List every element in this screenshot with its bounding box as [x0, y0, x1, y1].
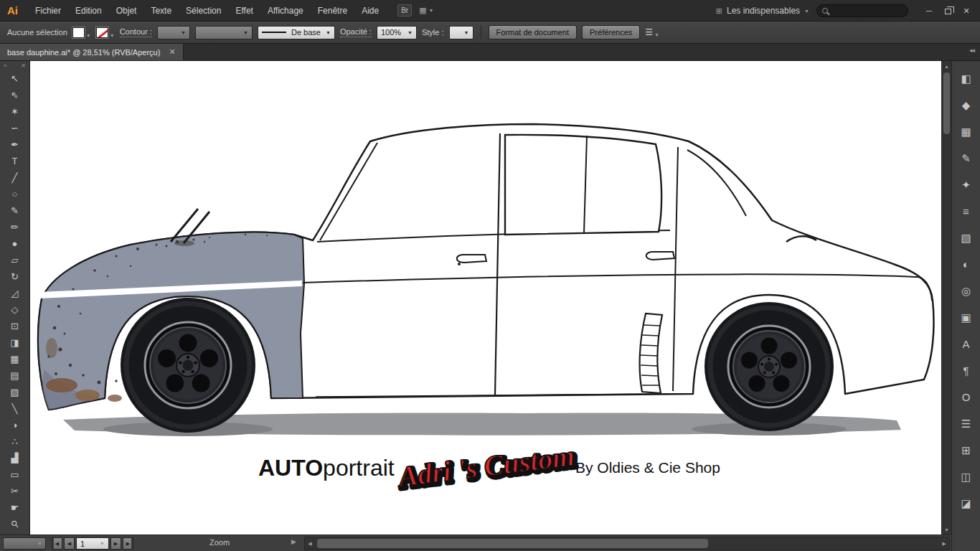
menu-effet[interactable]: Effet	[228, 0, 260, 21]
opentype-panel-button[interactable]: O	[955, 384, 978, 410]
scroll-up-icon[interactable]: ▲	[942, 61, 951, 71]
document-format-button[interactable]: Format de document	[489, 25, 578, 39]
width-profile-select[interactable]: ▼	[195, 26, 253, 39]
opacity-panel-link[interactable]: Opacité :	[340, 27, 372, 37]
rotate-tool[interactable]: ↻	[4, 268, 27, 285]
swatches-panel-button[interactable]: ▦	[955, 118, 978, 145]
symbols-panel-button[interactable]: ✦	[955, 171, 978, 198]
layers-panel-button[interactable]: ◪	[955, 490, 978, 517]
search-input[interactable]	[831, 6, 903, 15]
hand-tool[interactable]: ☛	[4, 499, 27, 516]
arrange-documents-button[interactable]: ▦ ▼	[419, 6, 433, 15]
chevron-down-icon: ▼	[804, 9, 809, 14]
artboard-number-select[interactable]: 1 ▼	[76, 537, 109, 550]
menu-texte[interactable]: Texte	[143, 0, 179, 21]
style-select[interactable]: ▼	[449, 26, 473, 39]
pencil-tool[interactable]: ✏	[4, 219, 27, 235]
menu-aide[interactable]: Aide	[354, 0, 386, 21]
scale-tool[interactable]: ◿	[4, 285, 27, 301]
vertical-scroll-thumb[interactable]	[943, 72, 950, 134]
paintbrush-tool[interactable]: ✎	[4, 202, 27, 219]
character-panel-icon: A	[962, 338, 969, 350]
document-tab[interactable]: base dauphine.ai* @ 28,51% (RVB/Aperçu) …	[0, 44, 184, 60]
preferences-button[interactable]: Préférences	[582, 25, 640, 39]
close-button[interactable]: ✕	[957, 4, 976, 18]
eraser-tool[interactable]: ▱	[4, 252, 27, 268]
brushes-panel-button[interactable]: ✎	[955, 145, 978, 171]
column-graph-tool[interactable]: ▟	[4, 450, 27, 466]
zoom-level-select[interactable]: ▼	[3, 537, 46, 550]
vertical-scrollbar[interactable]: ▲ ▼	[941, 61, 951, 534]
next-artboard-button[interactable]: ▶	[110, 537, 121, 550]
symbol-sprayer-tool[interactable]: ∴	[4, 433, 27, 450]
menu-affichage[interactable]: Affichage	[260, 0, 311, 21]
width-tool[interactable]: ◇	[4, 301, 27, 318]
gradient-panel-button[interactable]: ▧	[955, 225, 978, 251]
stroke-panel-link[interactable]: Contour :	[120, 27, 152, 37]
blend-tool[interactable]: ◑	[4, 417, 27, 433]
color-guide-panel-button[interactable]: ◆	[955, 92, 978, 118]
line-segment-tool[interactable]: ╱	[4, 169, 27, 186]
menu-fenetre[interactable]: Fenêtre	[311, 0, 354, 21]
toolbar-close-icon[interactable]: ✕	[21, 62, 26, 69]
character-panel-button[interactable]: A	[955, 331, 978, 357]
appearance-panel-button[interactable]: ◎	[955, 278, 978, 304]
pathfinder-panel-button[interactable]: ◫	[955, 463, 978, 490]
selection-tool[interactable]: ↖	[4, 70, 27, 87]
align-options-button[interactable]: ☰ ▼	[645, 27, 659, 37]
type-tool[interactable]: T	[4, 153, 27, 169]
brush-definition-select[interactable]: De base ▼	[258, 26, 335, 39]
artboard-canvas[interactable]: AUTOportrait Adri 's Custom Adri 's Cust…	[30, 61, 941, 534]
opacity-select[interactable]: 100% ▼	[377, 26, 417, 39]
magic-wand-tool[interactable]: ✶	[4, 103, 27, 120]
menu-selection[interactable]: Sélection	[179, 0, 228, 21]
lasso-tool[interactable]: ∽	[4, 120, 27, 136]
pen-tool[interactable]: ✒	[4, 136, 27, 153]
previous-artboard-button[interactable]: ◀	[64, 537, 75, 550]
stroke-panel-button[interactable]: ≡	[955, 198, 978, 225]
workspace-switcher[interactable]: ⊞ Les indispensables ▼	[716, 6, 809, 16]
status-flyout-icon[interactable]: ▶	[291, 538, 296, 545]
gradient-tool[interactable]: ▧	[4, 384, 27, 400]
slice-tool[interactable]: ✂	[4, 483, 27, 499]
menu-edition[interactable]: Edition	[68, 0, 109, 21]
last-artboard-button[interactable]: ▶	[123, 537, 133, 550]
paragraph-styles-panel-button[interactable]: ☰	[955, 410, 978, 437]
stroke-color-picker[interactable]: ▼	[96, 27, 115, 38]
search-box[interactable]	[816, 4, 908, 17]
transparency-panel-button[interactable]: ◐	[955, 251, 978, 278]
shape-builder-tool[interactable]: ◨	[4, 334, 27, 351]
paragraph-panel-button[interactable]: ¶	[955, 357, 978, 384]
horizontal-scroll-thumb[interactable]	[317, 539, 708, 548]
stroke-width-select[interactable]: ▼	[157, 26, 190, 39]
horizontal-scrollbar[interactable]: ◀ ▶	[304, 537, 950, 550]
restore-button[interactable]	[938, 4, 957, 18]
perspective-grid-tool[interactable]: ▦	[4, 351, 27, 367]
color-panel-button[interactable]: ◧	[955, 65, 978, 92]
ellipse-tool[interactable]: ○	[4, 186, 27, 202]
free-transform-tool[interactable]: ⊡	[4, 318, 27, 334]
pencil-icon: ✏	[11, 222, 19, 232]
artboard-tool[interactable]: ▭	[4, 466, 27, 483]
graphic-styles-panel-button[interactable]: ▣	[955, 304, 978, 331]
minimize-button[interactable]: ─	[920, 4, 938, 18]
zoom-tool[interactable]: ⚲	[4, 516, 27, 532]
blob-brush-tool[interactable]: ●	[4, 235, 27, 252]
fill-color-picker[interactable]: ▼	[72, 27, 91, 38]
collapse-panels-icon[interactable]: ◂◂	[969, 47, 974, 54]
scroll-down-icon[interactable]: ▼	[942, 524, 951, 534]
scroll-right-icon[interactable]: ▶	[939, 537, 949, 550]
tab-close-icon[interactable]: ✕	[169, 47, 175, 57]
mesh-tool[interactable]: ▤	[4, 367, 27, 384]
menu-objet[interactable]: Objet	[109, 0, 144, 21]
scroll-left-icon[interactable]: ◀	[305, 537, 315, 550]
align-icon: ☰	[645, 27, 653, 37]
pen-icon: ✒	[11, 139, 19, 150]
direct-selection-tool[interactable]: ⇖	[4, 87, 27, 103]
toolbar-expand-icon[interactable]: »	[4, 62, 6, 69]
transform-panel-button[interactable]: ⊞	[955, 437, 978, 463]
bridge-button[interactable]: Br	[397, 4, 412, 17]
first-artboard-button[interactable]: ◀	[52, 537, 62, 550]
eyedropper-tool[interactable]: ╲	[4, 400, 27, 417]
menu-fichier[interactable]: Fichier	[28, 0, 68, 21]
